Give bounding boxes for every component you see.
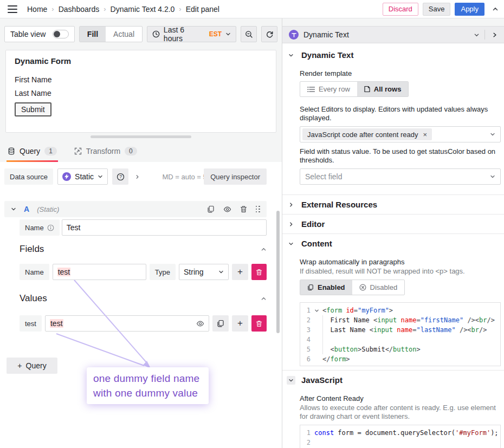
save-button[interactable]: Save — [423, 3, 451, 16]
datasource-help-button[interactable]: ? — [112, 168, 128, 185]
transform-count-badge: 0 — [125, 147, 137, 155]
duplicate-query-icon[interactable] — [207, 205, 215, 213]
preview-value-icon[interactable] — [196, 320, 204, 328]
fold-icon[interactable] — [314, 306, 322, 315]
code-line[interactable]: 2 — [300, 438, 500, 447]
field-name-label: Name — [20, 264, 49, 280]
remove-chip-icon[interactable]: × — [423, 131, 428, 139]
code-line[interactable]: 5 <button>Submit</button> — [300, 345, 500, 354]
code-text: <button>Submit</button> — [322, 345, 500, 354]
add-value-button[interactable]: + — [232, 315, 248, 332]
menu-icon[interactable] — [8, 5, 17, 13]
code-line[interactable]: 6</form> — [300, 354, 500, 364]
chevron-down-icon — [287, 376, 295, 385]
all-rows-option[interactable]: All rows — [357, 82, 409, 96]
copy-value-button[interactable] — [212, 315, 229, 332]
content-options: Wrap automatically in paragraphs If disa… — [282, 258, 504, 370]
select-field-placeholder: Select field — [305, 172, 342, 181]
code-line[interactable]: 1const form = document.querySelector('#m… — [300, 428, 500, 438]
javascript-code-editor[interactable]: 1const form = document.querySelector('#m… — [300, 425, 501, 448]
drag-handle[interactable] — [91, 135, 191, 138]
collapse-fields-icon[interactable] — [261, 246, 267, 252]
time-range-picker[interactable]: Last 6 hours EST — [147, 26, 236, 42]
zoom-out-button[interactable] — [241, 26, 257, 42]
enabled-option[interactable]: Enabled — [300, 280, 352, 295]
query-row-header[interactable]: A (Static) — [4, 201, 267, 217]
wrap-description: If disabled, result will NOT be wrapped … — [300, 267, 501, 276]
section-dynamic-text[interactable]: Dynamic Text — [282, 43, 504, 64]
database-icon — [8, 147, 15, 155]
code-text — [322, 335, 500, 345]
status-field-select[interactable]: Select field — [300, 168, 501, 185]
field-name-input[interactable]: test — [53, 264, 146, 280]
code-line[interactable]: 1<form id="myForm"> — [300, 306, 500, 315]
fold-spacer — [314, 354, 322, 364]
breadcrumb-dashboard-name[interactable]: Dynamic Text 4.2.0 — [111, 5, 175, 14]
refresh-button[interactable] — [261, 26, 277, 42]
datasource-row: Data source Static ? MD = auto = — [4, 168, 267, 185]
remove-field-button[interactable] — [251, 264, 267, 280]
collapse-pane-icon[interactable] — [490, 32, 500, 38]
code-text: First Name <input name="firstName" /><br… — [322, 315, 500, 325]
hide-query-icon[interactable] — [223, 205, 231, 213]
query-inspector-button[interactable]: Query inspector — [204, 168, 267, 185]
fill-option[interactable]: Fill — [80, 27, 106, 42]
section-content[interactable]: Content — [282, 233, 504, 253]
query-name-input[interactable]: Test — [62, 219, 267, 236]
content-code-editor[interactable]: 1<form id="myForm">2 First Name <input n… — [300, 302, 501, 366]
drag-query-handle[interactable] — [256, 206, 261, 213]
add-field-button[interactable]: + — [232, 264, 248, 280]
annotation-note: one dummy field name with one dummy valu… — [87, 367, 209, 404]
tab-transform[interactable]: Transform 0 — [73, 140, 138, 162]
remove-value-button[interactable] — [251, 315, 267, 332]
wrap-label: Wrap automatically in paragraphs — [300, 258, 501, 266]
section-editor[interactable]: Editor — [282, 214, 504, 233]
section-external-resources[interactable]: External Resources — [282, 194, 504, 214]
expand-stats-icon[interactable] — [135, 174, 140, 179]
section-javascript[interactable]: JavaScript — [282, 370, 504, 389]
editors-select-label: Select Editors to display. Editors with … — [300, 105, 501, 122]
chevron-down-icon[interactable] — [474, 32, 480, 38]
values-section-header: Values — [20, 293, 267, 304]
every-row-option[interactable]: Every row — [300, 82, 357, 96]
query-row-actions — [207, 205, 261, 213]
preview-last-name-label: Last Name — [15, 89, 267, 98]
chevron-down-icon — [490, 132, 495, 137]
datasource-picker[interactable]: Static — [57, 168, 108, 185]
breadcrumb-dashboards[interactable]: Dashboards — [59, 5, 100, 14]
options-scroll-area: Dynamic Text Render template Every row A… — [282, 43, 504, 448]
tab-transform-label: Transform — [86, 147, 120, 155]
breadcrumb: Home › Dashboards › Dynamic Text 4.2.0 ›… — [27, 5, 219, 14]
chevron-up-icon[interactable] — [492, 6, 499, 12]
code-line[interactable]: 4 — [300, 335, 500, 345]
circle-x-icon — [359, 284, 366, 291]
copy-icon — [307, 284, 314, 291]
chevron-down-icon — [11, 206, 16, 212]
breadcrumb-home[interactable]: Home — [27, 5, 47, 14]
code-line[interactable]: 2 First Name <input name="firstName" /><… — [300, 315, 500, 325]
document-icon — [364, 86, 370, 93]
after-content-ready-description: Allows to execute code after content is … — [300, 404, 501, 421]
preview-first-name-label: First Name — [15, 75, 267, 84]
add-query-button[interactable]: + Query — [7, 358, 57, 374]
table-view-toggle[interactable] — [53, 30, 69, 38]
disabled-option[interactable]: Disabled — [352, 280, 405, 295]
editors-multiselect[interactable]: JavaScript code after content ready × — [300, 126, 501, 142]
code-text: const form = document.querySelector('#my… — [314, 428, 500, 438]
code-line[interactable]: 3 Last Name <input name="lastName" /><br… — [300, 325, 500, 335]
apply-button[interactable]: Apply — [455, 3, 484, 16]
tab-query[interactable]: Query 1 — [7, 140, 58, 162]
line-number: 4 — [300, 335, 314, 345]
discard-button[interactable]: Discard — [383, 3, 418, 16]
preview-submit-button[interactable]: Submit — [15, 102, 51, 116]
actual-option[interactable]: Actual — [106, 27, 142, 42]
static-datasource-icon — [62, 172, 71, 181]
collapse-values-icon[interactable] — [261, 296, 267, 302]
divider — [484, 30, 485, 40]
scrollbar-thumb[interactable] — [276, 211, 280, 333]
line-number: 2 — [300, 315, 314, 325]
field-type-select[interactable]: String — [179, 264, 229, 280]
value-input[interactable]: test — [45, 315, 209, 332]
query-count-badge: 1 — [44, 147, 57, 155]
delete-query-icon[interactable] — [240, 205, 247, 213]
